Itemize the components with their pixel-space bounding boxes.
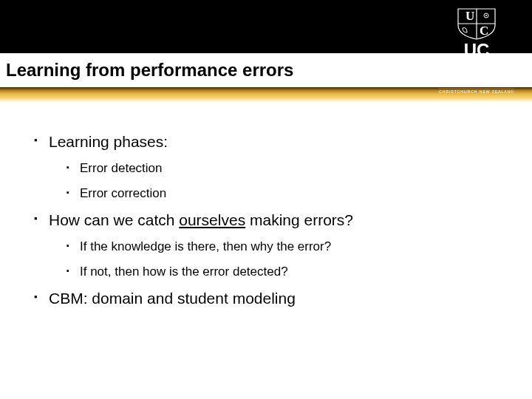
bullet-error-correction: Error correction: [61, 186, 505, 201]
bullet-list: Learning phases: Error detection Error c…: [27, 133, 505, 307]
logo-uc-text: UC: [427, 41, 526, 59]
logo-nz: CHRISTCHURCH NEW ZEALAND: [439, 88, 514, 94]
university-logo: U C UC UNIVERSITY OF CANTERBURY Te Whare…: [427, 7, 526, 96]
svg-text:U: U: [466, 9, 474, 23]
bullet-catch-ourselves: How can we catch ourselves making errors…: [27, 211, 505, 279]
bullet-error-detection: Error detection: [61, 161, 505, 176]
bullet-why-error: If the knowledge is there, then why the …: [61, 239, 505, 254]
content-area: Learning phases: Error detection Error c…: [0, 102, 532, 307]
bullet-text-post: making errors?: [245, 211, 353, 228]
bullet-cbm: CBM: domain and student modeling: [27, 290, 505, 307]
sub-list: Error detection Error correction: [61, 161, 505, 201]
bullet-text-underline: ourselves: [179, 211, 245, 228]
bullet-text-pre: How can we catch: [49, 211, 179, 228]
logo-canterbury: CANTERBURY: [427, 68, 526, 76]
logo-maori-name: Te Whare Wānanga o Waitaha: [427, 78, 526, 83]
logo-university-of: UNIVERSITY OF: [427, 61, 526, 68]
slide-title: Learning from performance errors: [6, 60, 293, 81]
bullet-how-detected: If not, then how is the error detected?: [61, 265, 505, 279]
svg-text:C: C: [480, 24, 488, 38]
svg-point-5: [485, 15, 487, 16]
slide: Learning from performance errors U C UC …: [0, 0, 532, 399]
bullet-text: Learning phases:: [49, 133, 168, 150]
sub-list: If the knowledge is there, then why the …: [61, 239, 505, 279]
shield-icon: U C: [457, 7, 497, 40]
bullet-learning-phases: Learning phases: Error detection Error c…: [27, 133, 505, 201]
